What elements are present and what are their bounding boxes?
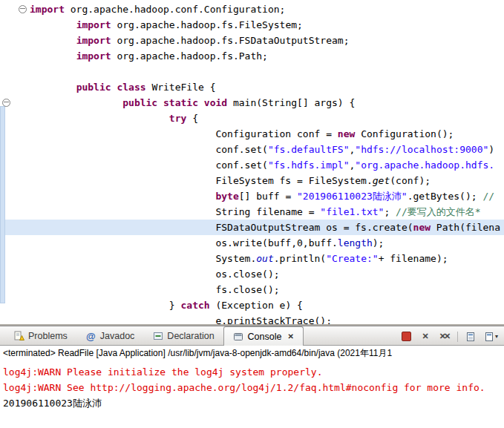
code-line[interactable]: import org.apache.hadoop.fs.FileSystem;: [0, 17, 504, 33]
console-line: log4j:WARN See http://logging.apache.org…: [3, 380, 501, 395]
remove-launch-button[interactable]: ✕: [420, 331, 431, 342]
code-line[interactable]: public static void main(String[] args) {: [0, 95, 504, 111]
console-line: 201906110023陆泳沛: [3, 395, 501, 411]
code-line[interactable]: [0, 64, 504, 79]
eclipse-window: import org.apache.hadoop.conf.Configurat…: [0, 0, 504, 428]
declaration-icon: [152, 331, 163, 342]
console-view: Problems @ Javadoc Declaration: [0, 324, 504, 428]
tab-label: Declaration: [167, 331, 214, 341]
code-line[interactable]: } catch (Exception e) {: [0, 297, 504, 313]
console-status-line: <terminated> ReadFile [Java Application]…: [0, 346, 504, 361]
tab-declaration[interactable]: Declaration: [143, 327, 223, 345]
open-console-icon: [485, 332, 494, 342]
console-icon: [233, 331, 244, 342]
terminate-icon: [402, 332, 411, 341]
code-line[interactable]: import org.apache.hadoop.fs.Path;: [0, 48, 504, 64]
view-tabbar: Problems @ Javadoc Declaration: [0, 326, 504, 346]
tab-console[interactable]: Console ✕: [223, 326, 304, 346]
code-line[interactable]: byte[] buff = "201906110023陆泳沛".getBytes…: [0, 188, 504, 204]
code-line[interactable]: conf.set("fs.hdfs.impl","org.apache.hado…: [0, 157, 504, 173]
code-line[interactable]: String filename = "file1.txt"; //要写入的文件名…: [0, 204, 504, 220]
tab-label: Problems: [28, 331, 68, 341]
javadoc-icon: @: [85, 331, 96, 342]
tab-problems[interactable]: Problems: [4, 327, 76, 345]
console-line: log4j:WARN Please initialize the log4j s…: [3, 364, 501, 380]
clear-console-button[interactable]: [466, 331, 477, 342]
code-line[interactable]: fs.close();: [0, 282, 504, 297]
console-toolbar: ✕ ✕✕ ▾: [402, 331, 504, 345]
code-line[interactable]: System.out.println("Create:"+ filename);: [0, 251, 504, 266]
code-line[interactable]: os.write(buff,0,buff.length);: [0, 235, 504, 251]
open-console-button[interactable]: ▾: [485, 331, 498, 342]
terminate-button[interactable]: [402, 331, 412, 342]
code-line[interactable]: public class WriteFile {: [0, 79, 504, 95]
remove-all-launches-button[interactable]: ✕✕: [439, 331, 449, 342]
tab-javadoc[interactable]: @ Javadoc: [76, 327, 144, 345]
code-line[interactable]: import org.apache.hadoop.fs.FSDataOutput…: [0, 33, 504, 48]
close-icon[interactable]: ✕: [287, 332, 293, 340]
code-lines: import org.apache.hadoop.conf.Configurat…: [0, 1, 504, 324]
java-code-editor[interactable]: import org.apache.hadoop.conf.Configurat…: [0, 0, 504, 324]
code-line-current[interactable]: FSDataOutputStream os = fs.create(new Pa…: [5, 220, 504, 235]
clear-console-icon: [466, 332, 476, 342]
toolbar-separator: [457, 332, 458, 342]
code-line[interactable]: try {: [0, 111, 504, 126]
chevron-down-icon: ▾: [495, 333, 498, 340]
code-line[interactable]: FileSystem fs = FileSystem.get(conf);: [0, 173, 504, 188]
console-output[interactable]: log4j:WARN Please initialize the log4j s…: [0, 361, 504, 428]
problems-icon: [13, 331, 24, 342]
tab-label: Javadoc: [100, 331, 135, 341]
tab-label: Console: [248, 332, 282, 342]
code-line[interactable]: Configuration conf = new Configuration()…: [0, 126, 504, 142]
code-line[interactable]: import org.apache.hadoop.conf.Configurat…: [0, 1, 504, 17]
code-line[interactable]: os.close();: [0, 266, 504, 282]
code-line[interactable]: conf.set("fs.defaultFS","hdfs://localhos…: [0, 142, 504, 157]
code-line[interactable]: e.printStackTrace();: [0, 313, 504, 324]
